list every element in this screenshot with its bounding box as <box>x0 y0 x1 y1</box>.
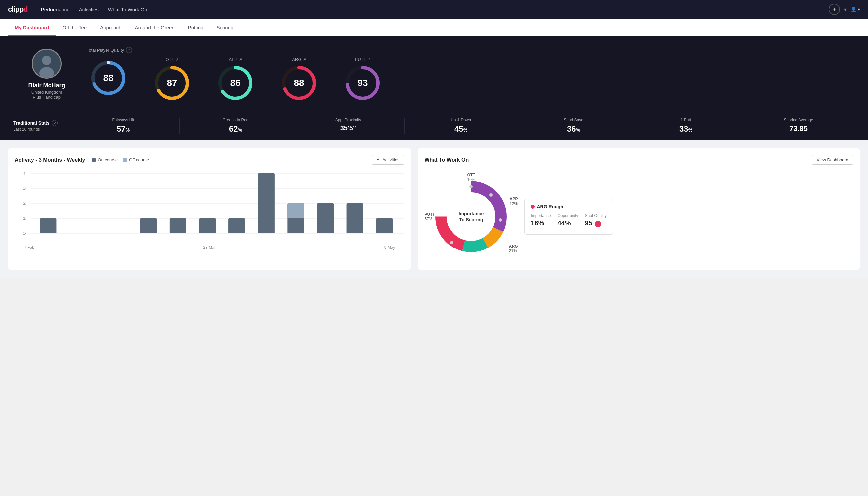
svg-rect-30 <box>170 218 186 233</box>
view-dashboard-button[interactable]: View Dashboard <box>812 155 853 165</box>
trad-stats-title: Traditional Stats ? Last 20 rounds <box>13 120 67 131</box>
player-info: Blair McHarg United Kingdom Plus Handica… <box>13 49 80 99</box>
svg-point-8 <box>170 66 174 69</box>
donut-chart: Importance To Scoring OTT 10% APP 12% AR… <box>424 170 518 263</box>
logo[interactable]: clippd <box>8 5 28 14</box>
work-on-card: What To Work On View Dashboard <box>418 148 860 270</box>
app-trend-icon: ↗ <box>239 57 242 62</box>
stat-fairways-hit: Fairways Hit 57% <box>67 118 179 134</box>
ring-app: 86 <box>217 65 254 101</box>
tab-putting[interactable]: Putting <box>181 19 210 36</box>
tpq-label: Total Player Quality ? <box>86 47 855 53</box>
svg-rect-38 <box>376 218 393 233</box>
stat-1-putt: 1 Putt 33% <box>630 118 742 134</box>
score-app-label: APP ↗ <box>229 57 242 62</box>
work-on-content: Importance To Scoring OTT 10% APP 12% AR… <box>424 170 853 263</box>
metric-importance: Importance 16% <box>531 213 551 227</box>
scores-section: Total Player Quality ? 88 <box>80 47 855 101</box>
score-total: 88 <box>86 57 140 101</box>
legend-on-course: On course <box>92 157 117 162</box>
donut-label-ott: OTT 10% <box>467 173 475 182</box>
score-putt-label: PUTT ↗ <box>355 57 371 62</box>
score-ott-label: OTT ↗ <box>165 57 178 62</box>
svg-point-44 <box>489 193 493 197</box>
svg-rect-31 <box>199 218 216 233</box>
sub-navigation: My Dashboard Off the Tee Approach Around… <box>0 19 868 36</box>
score-ott: OTT ↗ 87 <box>140 57 204 101</box>
tab-scoring[interactable]: Scoring <box>210 19 240 36</box>
svg-rect-28 <box>40 218 56 233</box>
score-app-value: 86 <box>230 78 240 88</box>
traditional-stats: Traditional Stats ? Last 20 rounds Fairw… <box>0 111 868 140</box>
tpq-help-icon[interactable]: ? <box>126 47 132 53</box>
score-putt: PUTT ↗ 93 <box>331 57 394 101</box>
svg-text:3: 3 <box>22 186 26 190</box>
nav-links: Performance Activities What To Work On <box>41 7 147 12</box>
nav-performance[interactable]: Performance <box>41 7 69 12</box>
svg-point-14 <box>297 66 301 69</box>
activity-legend: On course Off course <box>92 157 149 162</box>
trad-stats-help-icon[interactable]: ? <box>52 120 58 126</box>
nav-what-to-work-on[interactable]: What To Work On <box>108 7 147 12</box>
top-navigation: clippd Performance Activities What To Wo… <box>0 0 868 19</box>
svg-text:1: 1 <box>22 216 26 220</box>
nav-right: + ▾ 👤 ▾ <box>829 4 860 15</box>
svg-point-43 <box>469 185 473 188</box>
player-country: United Kingdom <box>31 90 62 95</box>
metric-shot-quality: Shot Quality 95 ↓ <box>585 213 606 227</box>
activity-chart: 4 3 2 1 0 <box>15 170 404 243</box>
svg-rect-32 <box>228 218 245 233</box>
stat-app-proximity: App. Proximity 35'5" <box>292 118 404 134</box>
tab-around-the-green[interactable]: Around the Green <box>128 19 181 36</box>
donut-label-app: APP 12% <box>510 197 518 206</box>
activity-card-header: Activity - 3 Months - Weekly On course O… <box>15 155 404 165</box>
svg-point-5 <box>107 61 110 64</box>
score-arg-label: ARG ↗ <box>292 57 306 62</box>
ott-trend-icon: ↗ <box>175 57 178 62</box>
donut-label-arg: ARG 21% <box>509 244 518 253</box>
bottom-section: Activity - 3 Months - Weekly On course O… <box>0 140 868 278</box>
svg-point-1 <box>42 56 51 65</box>
nav-activities[interactable]: Activities <box>79 7 99 12</box>
score-ott-value: 87 <box>167 78 177 88</box>
score-arg-value: 88 <box>294 78 304 88</box>
user-menu[interactable]: 👤 ▾ <box>851 7 860 12</box>
user-icon: 👤 <box>851 7 856 12</box>
putt-trend-icon: ↗ <box>367 57 370 62</box>
work-on-title: What To Work On <box>424 157 469 163</box>
add-button[interactable]: + <box>829 4 840 15</box>
tab-approach[interactable]: Approach <box>93 19 128 36</box>
svg-rect-36 <box>317 203 334 233</box>
stat-items: Fairways Hit 57% Greens In Reg 62% App. … <box>67 118 855 134</box>
stat-up-down: Up & Down 45% <box>404 118 517 134</box>
score-total-value: 88 <box>103 73 113 83</box>
svg-text:2: 2 <box>22 201 26 205</box>
info-metrics: Importance 16% Opportunity 44% Shot Qual… <box>531 213 606 227</box>
hero-section: Blair McHarg United Kingdom Plus Handica… <box>0 36 868 111</box>
svg-point-11 <box>234 66 237 69</box>
chart-x-labels: 7 Feb 28 Mar 9 May <box>15 243 404 250</box>
score-circles: 88 OTT ↗ 87 <box>86 57 855 101</box>
stat-sand-save: Sand Save 36% <box>517 118 630 134</box>
svg-rect-37 <box>347 203 363 233</box>
svg-text:0: 0 <box>22 231 26 235</box>
activity-title: Activity - 3 Months - Weekly <box>15 157 85 163</box>
donut-label-putt: PUTT 57% <box>424 212 435 221</box>
ring-ott: 87 <box>154 65 190 101</box>
tab-my-dashboard[interactable]: My Dashboard <box>8 19 56 36</box>
shot-quality-badge: ↓ <box>595 221 601 227</box>
score-putt-value: 93 <box>358 78 368 88</box>
score-arg: ARG ↗ 88 <box>267 57 331 101</box>
tab-off-the-tee[interactable]: Off the Tee <box>56 19 93 36</box>
all-activities-button[interactable]: All Activities <box>372 155 405 165</box>
player-name: Blair McHarg <box>28 82 65 89</box>
svg-point-45 <box>499 218 502 221</box>
svg-rect-35 <box>287 203 304 218</box>
metric-opportunity: Opportunity 44% <box>557 213 578 227</box>
stat-greens-in-reg: Greens In Reg 62% <box>179 118 292 134</box>
info-card-title: ARG Rough <box>531 204 606 209</box>
work-on-header: What To Work On View Dashboard <box>424 155 853 165</box>
arg-info-card: ARG Rough Importance 16% Opportunity 44%… <box>524 199 613 234</box>
info-dot <box>531 204 535 208</box>
donut-center-text: Importance To Scoring <box>459 211 484 222</box>
